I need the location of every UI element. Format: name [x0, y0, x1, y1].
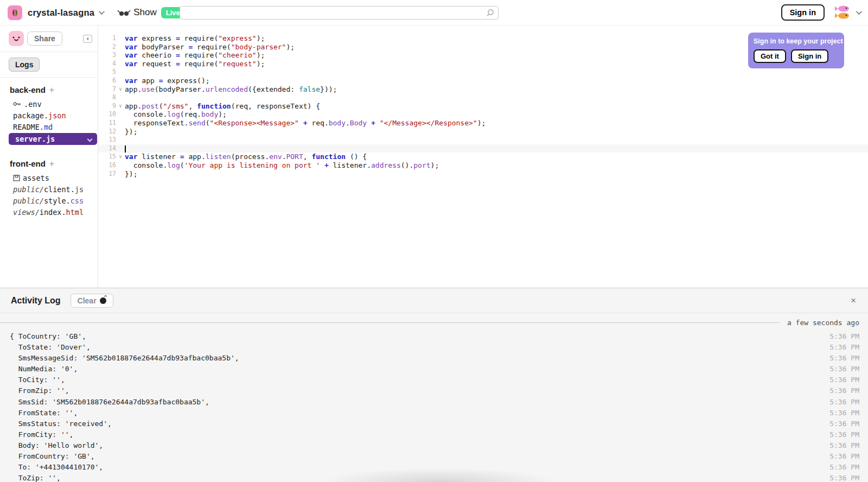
line-number: 2 — [98, 43, 116, 52]
fish-logo-glyph — [10, 8, 20, 17]
file-options-chevron-icon[interactable] — [87, 136, 93, 142]
line-number: 9 — [98, 102, 116, 111]
code-content: }); — [125, 170, 137, 179]
file-item-.env[interactable]: .env — [0, 98, 98, 110]
code-line-13[interactable]: 13 — [98, 136, 868, 144]
file-item-public/style.css[interactable]: public/style.css — [0, 195, 98, 206]
search-input[interactable] — [180, 6, 499, 20]
line-number: 17 — [98, 170, 116, 179]
log-row: NumMedia: '0',5:36 PM — [0, 364, 868, 375]
log-row: Body: 'Hello world',5:36 PM — [0, 440, 868, 451]
avatar-chevron-down-icon[interactable] — [856, 9, 862, 15]
main-area: Share Logs back-end+.envpackage.jsonREAD… — [0, 25, 868, 288]
log-timestamp: 5:36 PM — [829, 408, 868, 418]
log-rows: { ToCountry: 'GB',5:36 PM ToState: 'Dove… — [0, 331, 868, 482]
file-item-assets[interactable]: assets — [0, 172, 98, 183]
clear-log-button[interactable]: Clear — [71, 294, 113, 308]
tooltip-sign-in-button[interactable]: Sign in — [791, 49, 828, 63]
line-number: 14 — [98, 144, 116, 153]
log-timestamp: 5:36 PM — [829, 473, 868, 482]
avatar[interactable] — [834, 4, 852, 21]
code-line-8[interactable]: 8 — [98, 93, 868, 102]
code-line-15[interactable]: 15∨var listener = app.listen(process.env… — [98, 153, 868, 161]
log-timestamp: 5:36 PM — [829, 385, 868, 396]
fold-gutter — [116, 34, 125, 43]
code-line-9[interactable]: 9∨app.post("/sms", function(req, respons… — [98, 102, 868, 111]
code-content: var request = require("request"); — [125, 60, 265, 68]
code-line-7[interactable]: 7∨app.use(bodyParser.urlencoded({extende… — [98, 85, 868, 94]
file-item-package.json[interactable]: package.json — [0, 110, 98, 121]
code-content — [125, 144, 126, 153]
file-item-README.md[interactable]: README.md — [0, 121, 98, 132]
file-name-part: views/ — [13, 208, 40, 217]
line-number: 1 — [98, 34, 116, 43]
file-name-part: index. — [40, 208, 66, 217]
section-back-end: back-end+.envpackage.jsonREADME.mdserver… — [0, 81, 98, 145]
file-item-public/client.js[interactable]: public/client.js — [0, 183, 98, 195]
fold-arrow-icon[interactable]: ∨ — [116, 102, 125, 111]
activity-log-panel: Activity Log Clear × a few seconds ago {… — [0, 288, 868, 482]
code-line-12[interactable]: 12}); — [98, 128, 868, 136]
code-line-10[interactable]: 10 console.log(req.body); — [98, 110, 868, 119]
file-item-views/index.html[interactable]: views/index.html — [0, 206, 98, 218]
time-ago-label: a few seconds ago — [787, 319, 859, 327]
code-content: var express = require("express"); — [125, 34, 265, 43]
fold-arrow-icon[interactable]: ∨ — [116, 85, 125, 94]
log-timestamp: 5:36 PM — [829, 429, 868, 440]
log-text: ToZip: '', — [0, 473, 61, 482]
code-content: }); — [125, 128, 137, 136]
got-it-button[interactable]: Got it — [754, 49, 786, 63]
code-line-6[interactable]: 6var app = express(); — [98, 77, 868, 85]
line-number: 10 — [98, 110, 116, 119]
log-text: FromZip: '', — [0, 385, 69, 396]
log-row: SmsStatus: 'received',5:36 PM — [0, 418, 868, 429]
log-row: ToState: 'Dover',5:36 PM — [0, 342, 868, 353]
log-text: Body: 'Hello world', — [0, 440, 103, 451]
code-content: app.use(bodyParser.urlencoded({extended:… — [125, 85, 337, 94]
code-line-17[interactable]: 17}); — [98, 170, 868, 179]
log-row: FromCountry: 'GB',5:36 PM — [0, 451, 868, 462]
log-text: ToCity: '', — [0, 375, 65, 385]
code-line-5[interactable]: 5 — [98, 68, 868, 77]
logs-row: Logs — [0, 52, 98, 77]
line-number: 13 — [98, 136, 116, 144]
share-button[interactable]: Share — [27, 31, 62, 46]
log-text: SmsMessageSid: 'SM562b018876e2644a7db93a… — [0, 353, 239, 364]
file-name-part: assets — [23, 174, 49, 182]
sign-in-button[interactable]: Sign in — [781, 4, 825, 21]
logs-button[interactable]: Logs — [9, 58, 40, 72]
smiley-avatar-icon[interactable] — [9, 31, 24, 46]
code-line-14[interactable]: 14 — [98, 144, 868, 153]
line-number: 4 — [98, 60, 116, 68]
add-file-button[interactable]: + — [49, 159, 54, 169]
time-ago-rule — [0, 322, 780, 323]
show-group[interactable]: Show Live — [117, 7, 185, 18]
code-line-11[interactable]: 11 responseText.send("<Response><Message… — [98, 119, 868, 128]
signin-tooltip: Sign in to keep your project Got it Sign… — [748, 33, 844, 68]
file-name-part: public/ — [13, 196, 44, 205]
text-cursor — [125, 145, 126, 153]
project-name[interactable]: crystal-lasagna — [28, 8, 94, 18]
add-file-button[interactable]: + — [49, 85, 54, 95]
search-icon[interactable] — [486, 9, 494, 17]
close-activity-log-button[interactable]: × — [847, 295, 859, 307]
fold-arrow-icon[interactable]: ∨ — [116, 153, 125, 161]
log-row: FromState: '',5:36 PM — [0, 408, 868, 418]
fold-gutter — [116, 43, 125, 52]
glitch-logo-icon[interactable] — [8, 5, 22, 20]
file-name-part: server.js — [15, 135, 55, 143]
line-number: 11 — [98, 119, 116, 128]
smiley-face-glyph — [9, 31, 24, 46]
fold-gutter — [116, 161, 125, 170]
log-timestamp: 5:36 PM — [829, 451, 868, 462]
log-row: { ToCountry: 'GB',5:36 PM — [0, 331, 868, 342]
file-name-part: js — [75, 185, 84, 194]
file-name-part: json — [48, 111, 66, 120]
project-chevron-down-icon[interactable] — [99, 9, 105, 15]
file-item-server.js[interactable]: server.js — [9, 133, 97, 145]
file-name-part: md — [44, 123, 53, 131]
collapse-sidebar-button[interactable] — [83, 35, 92, 43]
file-name-part: public/ — [13, 185, 44, 194]
code-line-16[interactable]: 16 console.log('Your app is listening on… — [98, 161, 868, 170]
log-timestamp: 5:36 PM — [829, 418, 868, 429]
